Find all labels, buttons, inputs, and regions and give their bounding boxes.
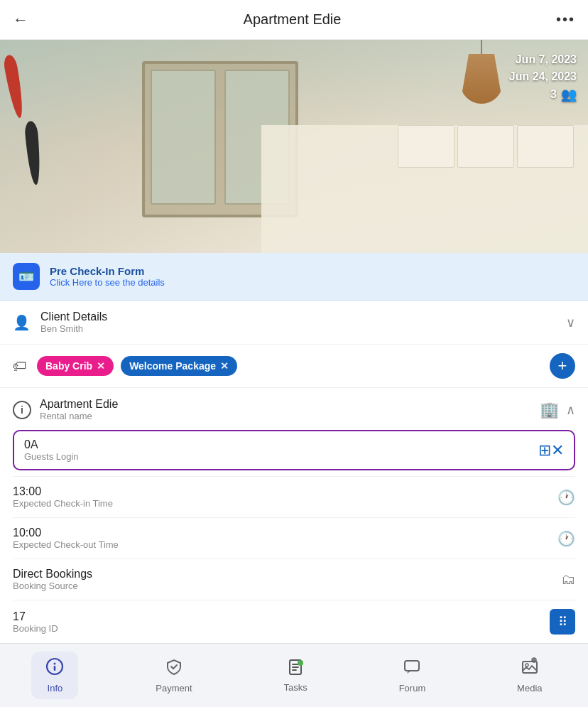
cabinet-1: [398, 125, 454, 168]
back-button[interactable]: ←: [13, 11, 28, 29]
info-rental-label: Rental name: [40, 411, 118, 421]
check-out-time-field: 10:00 Expected Check-out Time 🕐: [13, 517, 575, 558]
check-in-time-value: 13:00: [13, 485, 113, 498]
check-out-date: Jun 24, 2023: [509, 68, 577, 85]
booking-source-value: Direct Bookings: [13, 568, 92, 581]
client-details-label: Client Details: [40, 311, 107, 323]
forum-nav-icon: [403, 657, 421, 680]
info-header-right: 🏢 ∧: [540, 401, 575, 419]
more-options-button[interactable]: •••: [556, 11, 575, 28]
nav-info-label: Info: [48, 683, 63, 693]
booking-source-field: Direct Bookings Booking Source 🗂: [13, 558, 575, 600]
nav-forum-label: Forum: [399, 683, 426, 693]
tag-baby-crib-label: Baby Crib: [45, 360, 92, 372]
info-header-left: i Apartment Edie Rental name: [13, 398, 118, 421]
booking-id-value: 17: [13, 610, 58, 623]
hero-image: Jun 7, 2023 Jun 24, 2023 3 👥: [0, 40, 588, 253]
check-in-time-text: 13:00 Expected Check-in Time: [13, 485, 113, 509]
page-title: Apartment Edie: [244, 11, 342, 28]
nav-media-label: Media: [517, 683, 542, 693]
client-details-left: 👤 Client Details Ben Smith: [13, 311, 107, 334]
bottom-navigation: Info Payment Tasks Foru: [0, 643, 588, 707]
tag-welcome-package-remove[interactable]: ✕: [220, 360, 229, 372]
check-in-time-label: Expected Check-in Time: [13, 498, 113, 509]
booking-source-text: Direct Bookings Booking Source: [13, 568, 92, 591]
booking-source-icon: 🗂: [561, 571, 575, 588]
client-details-row[interactable]: 👤 Client Details Ben Smith ∨: [0, 301, 588, 345]
svg-rect-6: [523, 662, 537, 673]
svg-point-1: [54, 663, 56, 665]
info-section-header: i Apartment Edie Rental name 🏢 ∧: [13, 388, 575, 424]
guests-login-value: 0A: [24, 438, 79, 451]
add-tag-button[interactable]: +: [550, 353, 575, 379]
nav-tasks[interactable]: Tasks: [270, 652, 322, 698]
window-pane-left: [151, 70, 216, 205]
check-out-time-text: 10:00 Expected Check-out Time: [13, 527, 119, 550]
media-nav-icon: [521, 657, 539, 680]
svg-rect-2: [54, 666, 56, 671]
info-circle-icon: i: [13, 401, 31, 419]
client-name: Ben Smith: [40, 323, 107, 334]
app-header: ← Apartment Edie •••: [0, 0, 588, 40]
info-title-group: Apartment Edie Rental name: [40, 398, 118, 421]
client-icon: 👤: [13, 314, 31, 331]
nav-info[interactable]: Info: [31, 652, 78, 699]
lamp-cord: [481, 40, 482, 54]
check-in-date: Jun 7, 2023: [509, 51, 577, 68]
check-out-time-value: 10:00: [13, 527, 119, 539]
client-info: Client Details Ben Smith: [40, 311, 107, 334]
tags-row: 🏷 Baby Crib ✕ Welcome Package ✕ +: [0, 345, 588, 388]
booking-id-icon[interactable]: ⠿: [550, 609, 575, 635]
cabinet-2: [457, 125, 514, 168]
info-section-chevron[interactable]: ∧: [566, 402, 575, 418]
guests-login-field[interactable]: 0A Guests Login ⊞✕: [13, 430, 575, 470]
tag-icon: 🏷: [13, 358, 27, 374]
guests-login-text: 0A Guests Login: [24, 438, 79, 462]
nav-tasks-label: Tasks: [284, 682, 307, 693]
svg-point-4: [298, 660, 303, 666]
nav-payment-label: Payment: [156, 683, 192, 693]
check-out-time-label: Expected Check-out Time: [13, 539, 119, 550]
payment-nav-icon: [165, 657, 183, 680]
nav-payment[interactable]: Payment: [141, 652, 206, 699]
booking-source-label: Booking Source: [13, 581, 92, 591]
tag-baby-crib[interactable]: Baby Crib ✕: [37, 356, 114, 376]
banner-subtitle: Click Here to see the details: [50, 277, 165, 288]
lamp-decoration: [460, 40, 503, 104]
nav-media[interactable]: Media: [503, 652, 556, 699]
hero-dates-overlay: Jun 7, 2023 Jun 24, 2023 3 👥: [509, 51, 577, 102]
clock-icon-checkout: 🕐: [557, 530, 575, 547]
tag-baby-crib-remove[interactable]: ✕: [97, 360, 105, 372]
booking-id-field: 17 Booking ID ⠿: [13, 600, 575, 643]
booking-id-label: Booking ID: [13, 623, 58, 634]
building-icon[interactable]: 🏢: [540, 401, 559, 419]
tag-welcome-package-label: Welcome Package: [129, 360, 216, 372]
tag-welcome-package[interactable]: Welcome Package ✕: [121, 356, 237, 376]
guests-count: 3 👥: [509, 87, 577, 102]
nav-forum[interactable]: Forum: [385, 652, 440, 699]
clock-icon-checkin: 🕐: [557, 489, 575, 506]
people-icon: 👥: [561, 87, 577, 102]
qr-code-icon[interactable]: ⊞✕: [538, 441, 564, 460]
info-rental-name: Apartment Edie: [40, 398, 118, 411]
banner-icon: 🪪: [13, 263, 40, 290]
guests-login-label: Guests Login: [24, 451, 79, 462]
person-form-icon: 🪪: [18, 269, 34, 284]
info-nav-icon: [45, 657, 64, 680]
client-section-chevron[interactable]: ∨: [566, 315, 575, 330]
svg-rect-5: [405, 661, 419, 671]
lamp-shade: [460, 54, 503, 104]
check-in-time-field: 13:00 Expected Check-in Time 🕐: [13, 476, 575, 517]
banner-title: Pre Check-In Form: [50, 265, 165, 277]
banner-text: Pre Check-In Form Click Here to see the …: [50, 265, 165, 288]
tasks-icon-wrap: [286, 658, 305, 679]
svg-point-7: [526, 664, 528, 666]
info-section: i Apartment Edie Rental name 🏢 ∧ 0A Gues…: [0, 388, 588, 643]
pre-checkin-banner[interactable]: 🪪 Pre Check-In Form Click Here to see th…: [0, 253, 588, 301]
booking-id-text: 17 Booking ID: [13, 610, 58, 634]
cabinet-3: [517, 125, 574, 168]
kitchen-counter: [261, 125, 588, 253]
cabinet-row: [398, 125, 574, 168]
